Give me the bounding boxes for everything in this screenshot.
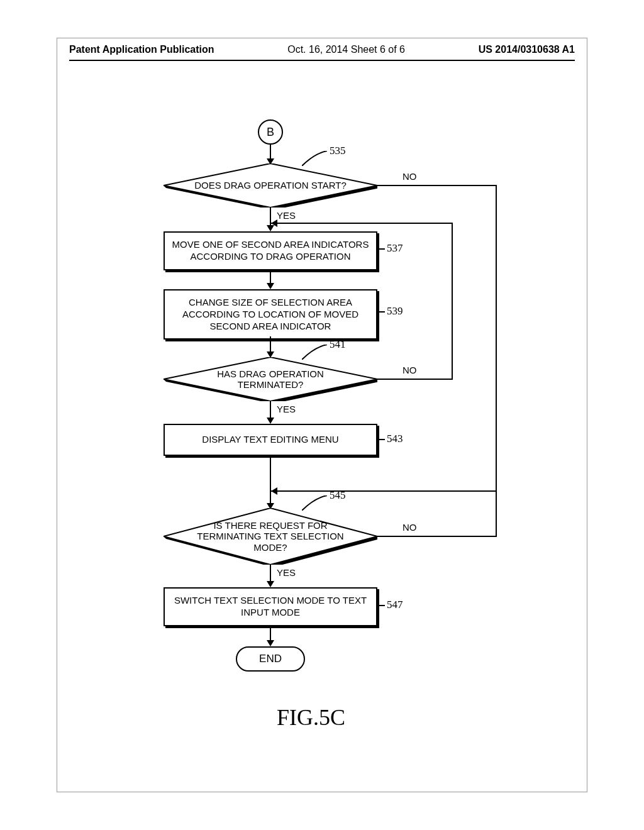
edge-yes-545: YES <box>277 567 296 578</box>
decision-545-text: IS THERE REQUEST FOR TERMINATING TEXT SE… <box>189 520 352 553</box>
tick-line <box>379 248 385 250</box>
arrow-icon <box>271 219 277 227</box>
flow-line <box>452 223 453 380</box>
process-539: CHANGE SIZE OF SELECTION AREA ACCORDING … <box>164 289 377 340</box>
flow-line <box>377 185 497 186</box>
decision-545: IS THERE REQUEST FOR TERMINATING TEXT SE… <box>164 508 377 565</box>
process-547: SWITCH TEXT SELECTION MODE TO TEXT INPUT… <box>164 587 377 626</box>
flowchart: B 535 DOES DRAG OPERATION START? NO YES … <box>126 119 518 685</box>
edge-yes-541: YES <box>277 404 296 414</box>
process-539-text: CHANGE SIZE OF SELECTION AREA ACCORDING … <box>182 297 358 331</box>
flow-line <box>270 455 271 504</box>
header-rule <box>69 60 575 61</box>
ref-541: 541 <box>330 338 346 351</box>
figure-caption: FIG.5C <box>277 704 345 731</box>
flow-line <box>270 401 271 419</box>
flow-line <box>496 185 497 492</box>
process-543-text: DISPLAY TEXT EDITING MENU <box>202 434 338 445</box>
terminator-end-label: END <box>259 653 282 665</box>
ref-535: 535 <box>330 145 346 157</box>
flow-line <box>270 336 271 353</box>
decision-535: DOES DRAG OPERATION START? <box>164 163 377 208</box>
flow-line <box>271 223 453 224</box>
tick-line <box>379 311 385 313</box>
header-right: US 2014/0310638 A1 <box>479 44 575 55</box>
arrow-icon <box>267 283 274 289</box>
flow-line <box>270 625 271 641</box>
ref-539: 539 <box>387 305 403 318</box>
edge-no-541: NO <box>402 365 417 375</box>
flow-line <box>496 490 497 537</box>
tick-line <box>379 605 385 606</box>
ref-537: 537 <box>387 242 403 255</box>
page-header: Patent Application Publication Oct. 16, … <box>69 44 575 55</box>
connector-b: B <box>258 119 283 145</box>
decision-541: HAS DRAG OPERATION TERMINATED? <box>164 357 377 401</box>
header-left: Patent Application Publication <box>69 44 214 55</box>
connector-b-label: B <box>267 126 274 139</box>
process-537-text: MOVE ONE OF SECOND AREA INDICATORS ACCOR… <box>172 239 369 262</box>
terminator-end: END <box>236 646 305 672</box>
arrow-icon <box>267 581 274 587</box>
process-547-text: SWITCH TEXT SELECTION MODE TO TEXT INPUT… <box>174 595 367 617</box>
edge-no-535: NO <box>402 171 417 182</box>
edge-yes-535: YES <box>277 210 296 221</box>
header-center: Oct. 16, 2014 Sheet 6 of 6 <box>287 44 405 55</box>
flow-line <box>270 565 271 582</box>
flow-line <box>377 536 497 537</box>
flow-line <box>377 379 453 380</box>
process-543: DISPLAY TEXT EDITING MENU <box>164 424 377 456</box>
decision-541-text: HAS DRAG OPERATION TERMINATED? <box>189 368 352 390</box>
arrow-icon <box>267 640 274 646</box>
ref-543: 543 <box>387 433 403 445</box>
ref-545: 545 <box>330 489 346 502</box>
edge-no-545: NO <box>402 522 417 533</box>
process-537: MOVE ONE OF SECOND AREA INDICATORS ACCOR… <box>164 231 377 270</box>
decision-535-text: DOES DRAG OPERATION START? <box>194 180 347 191</box>
tick-line <box>379 439 385 440</box>
arrow-icon <box>271 487 277 495</box>
arrow-icon <box>267 418 274 424</box>
flow-line <box>270 269 271 284</box>
ref-547: 547 <box>387 599 403 611</box>
flow-line <box>271 490 497 492</box>
flow-line <box>270 145 271 160</box>
